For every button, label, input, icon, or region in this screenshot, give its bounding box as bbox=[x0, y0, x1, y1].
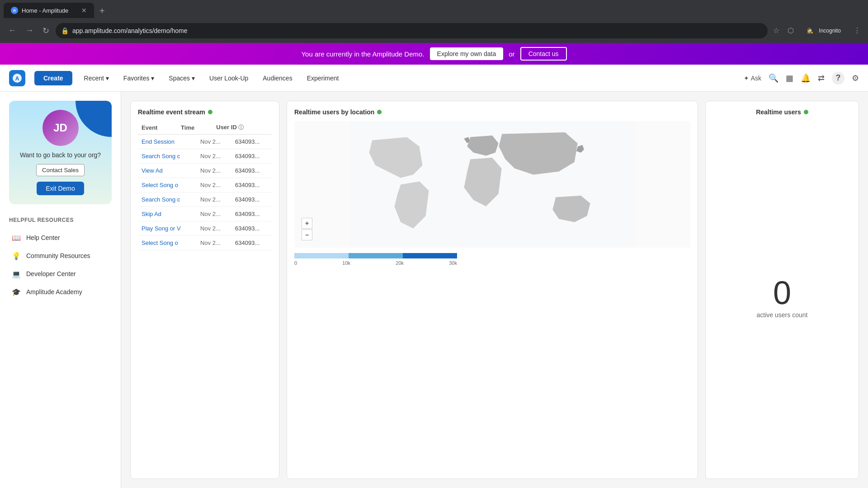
active-tab[interactable]: A Home - Amplitude ✕ bbox=[4, 3, 94, 18]
event-name-cell[interactable]: Skip Ad bbox=[138, 207, 197, 221]
event-time-cell: Nov 2... bbox=[197, 207, 231, 221]
star-icon[interactable]: ☆ bbox=[771, 24, 781, 37]
ask-label: Ask bbox=[751, 75, 761, 82]
event-time-cell: Nov 2... bbox=[197, 178, 231, 192]
nav-audiences[interactable]: Audiences bbox=[260, 73, 295, 84]
academy-icon: 🎓 bbox=[11, 286, 22, 297]
heatmap-icon[interactable]: ▦ bbox=[786, 73, 793, 83]
tab-close-button[interactable]: ✕ bbox=[81, 7, 87, 14]
table-row: View Ad Nov 2... 634093... bbox=[138, 164, 272, 178]
bookmark-icon[interactable]: ⇄ bbox=[818, 73, 825, 83]
developer-label: Developer Center bbox=[26, 270, 76, 277]
demo-banner: You are currently in the Amplitude Demo.… bbox=[0, 43, 868, 65]
col-time: Time bbox=[177, 121, 212, 135]
incognito-badge: 🕵 Incognito bbox=[800, 24, 847, 38]
event-name-cell[interactable]: Search Song c bbox=[138, 192, 197, 207]
map-bar-mid bbox=[349, 253, 403, 258]
zoom-in-button[interactable]: + bbox=[302, 218, 312, 229]
contact-us-button[interactable]: Contact us bbox=[520, 47, 567, 61]
table-row: Skip Ad Nov 2... 634093... bbox=[138, 207, 272, 221]
location-panel-title: Realtime users by location bbox=[294, 108, 690, 116]
event-table-scroll[interactable]: End Session Nov 2... 634093... Search So… bbox=[138, 135, 272, 250]
map-label-30k: 30k bbox=[449, 260, 457, 266]
map-label-20k: 20k bbox=[396, 260, 404, 266]
event-name-cell[interactable]: Select Song o bbox=[138, 178, 197, 192]
table-row: Search Song c Nov 2... 634093... bbox=[138, 149, 272, 164]
reload-button[interactable]: ↻ bbox=[40, 24, 52, 38]
ask-button[interactable]: ✦ Ask bbox=[744, 75, 761, 82]
banner-or-text: or bbox=[509, 50, 514, 58]
users-count-label: active users count bbox=[757, 311, 808, 319]
exit-demo-button[interactable]: Exit Demo bbox=[37, 182, 84, 195]
event-name-cell[interactable]: Search Song c bbox=[138, 149, 197, 164]
event-time-cell: Nov 2... bbox=[197, 149, 231, 164]
map-scale-bar bbox=[294, 253, 690, 258]
amplitude-academy-item[interactable]: 🎓 Amplitude Academy bbox=[9, 283, 112, 301]
sidebar: JD Want to go back to your org? Contact … bbox=[0, 92, 121, 488]
nav-favorites[interactable]: Favorites ▾ bbox=[121, 73, 157, 84]
new-tab-button[interactable]: + bbox=[96, 4, 108, 18]
search-icon[interactable]: 🔍 bbox=[769, 73, 778, 83]
create-button[interactable]: Create bbox=[34, 71, 72, 85]
realtime-users-title: Realtime users bbox=[756, 108, 808, 116]
org-message: Want to go back to your org? bbox=[20, 151, 101, 159]
userid-info-icon[interactable]: ⓘ bbox=[238, 124, 244, 131]
contact-sales-button[interactable]: Contact Sales bbox=[36, 164, 85, 176]
settings-icon[interactable]: ⚙ bbox=[852, 73, 859, 83]
realtime-users-label: Realtime users bbox=[756, 108, 801, 116]
nav-spaces[interactable]: Spaces ▾ bbox=[166, 73, 198, 84]
nav-user-lookup[interactable]: User Look-Up bbox=[207, 73, 251, 84]
zoom-out-button[interactable]: − bbox=[302, 230, 312, 240]
event-name-cell[interactable]: Select Song o bbox=[138, 236, 197, 250]
address-bar-container[interactable]: 🔒 app.amplitude.com/analytics/demo/home bbox=[56, 23, 768, 38]
event-user-cell: 634093... bbox=[231, 221, 272, 236]
address-lock-icon: 🔒 bbox=[61, 27, 69, 34]
back-button[interactable]: ← bbox=[5, 24, 19, 37]
event-name-cell[interactable]: Play Song or V bbox=[138, 221, 197, 236]
location-panel: Realtime users by location bbox=[287, 101, 698, 479]
incognito-label: Incognito bbox=[817, 26, 843, 36]
nav-experiment[interactable]: Experiment bbox=[304, 73, 342, 84]
menu-icon[interactable]: ⋮ bbox=[852, 24, 863, 37]
table-row: Search Song c Nov 2... 634093... bbox=[138, 192, 272, 207]
tab-favicon: A bbox=[11, 7, 18, 14]
table-row: Select Song o Nov 2... 634093... bbox=[138, 178, 272, 192]
community-resources-item[interactable]: 💡 Community Resources bbox=[9, 247, 112, 265]
realtime-users-panel: Realtime users 0 active users count bbox=[705, 101, 859, 479]
forward-button[interactable]: → bbox=[23, 24, 36, 37]
explore-own-data-button[interactable]: Explore my own data bbox=[430, 47, 504, 60]
community-label: Community Resources bbox=[26, 252, 90, 259]
extensions-icon[interactable]: ⬡ bbox=[786, 24, 796, 37]
users-count: 0 bbox=[773, 274, 791, 311]
profile-card: JD Want to go back to your org? Contact … bbox=[9, 101, 112, 204]
event-user-cell: 634093... bbox=[231, 192, 272, 207]
event-stream-title: Realtime event stream bbox=[138, 108, 272, 116]
help-center-item[interactable]: 📖 Help Center bbox=[9, 229, 112, 247]
event-name-cell[interactable]: End Session bbox=[138, 135, 197, 149]
help-center-label: Help Center bbox=[26, 234, 60, 241]
main-layout: JD Want to go back to your org? Contact … bbox=[0, 92, 868, 488]
developer-center-item[interactable]: 💻 Developer Center bbox=[9, 265, 112, 283]
svg-text:A: A bbox=[15, 75, 19, 82]
header-actions: ✦ Ask 🔍 ▦ 🔔 ⇄ ? ⚙ bbox=[744, 72, 859, 84]
table-row: Play Song or V Nov 2... 634093... bbox=[138, 221, 272, 236]
map-label-0: 0 bbox=[294, 260, 297, 266]
event-table: Event Time User ID ⓘ bbox=[138, 121, 272, 135]
world-map: + − bbox=[294, 121, 690, 248]
bell-icon[interactable]: 🔔 bbox=[801, 73, 811, 83]
map-bar-light bbox=[294, 253, 349, 258]
event-stream-status-dot bbox=[208, 110, 212, 114]
app-logo[interactable]: A bbox=[9, 70, 25, 86]
event-stream-label: Realtime event stream bbox=[138, 108, 205, 116]
help-icon[interactable]: ? bbox=[832, 72, 844, 84]
event-time-cell: Nov 2... bbox=[197, 135, 231, 149]
academy-label: Amplitude Academy bbox=[26, 288, 82, 296]
content-area: Realtime event stream Event Time User ID… bbox=[121, 92, 868, 488]
realtime-users-status-dot bbox=[804, 110, 808, 114]
event-name-cell[interactable]: View Ad bbox=[138, 164, 197, 178]
event-time-cell: Nov 2... bbox=[197, 164, 231, 178]
address-bar[interactable]: app.amplitude.com/analytics/demo/home bbox=[72, 27, 762, 34]
nav-recent[interactable]: Recent ▾ bbox=[81, 73, 112, 84]
tab-bar: A Home - Amplitude ✕ + bbox=[0, 0, 868, 18]
incognito-icon: 🕵 bbox=[805, 26, 815, 36]
